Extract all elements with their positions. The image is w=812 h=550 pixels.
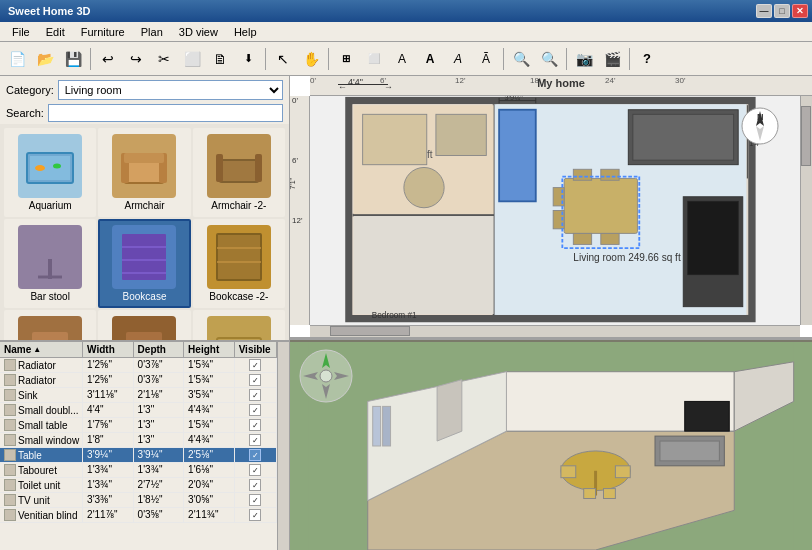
visible-checkbox-1[interactable] [249,374,261,386]
table-row[interactable]: Table 3'9¼" 3'9¼" 2'5⅛" [0,448,277,463]
cut-button[interactable]: ✂ [151,46,177,72]
cell-height-8: 2'0¾" [184,478,235,492]
furniture-item-chair-2[interactable]: Chair -2- [98,310,190,340]
close-button[interactable]: ✕ [792,4,808,18]
add-text-button[interactable]: A [417,46,443,72]
hscroll-thumb[interactable] [330,326,410,336]
cell-visible-8[interactable] [235,478,277,492]
furniture-grid: AquariumArmchairArmchair -2-Bar stoolBoo… [0,124,289,340]
cell-visible-6[interactable] [235,448,277,462]
table-container: Name ▲ Width Depth Height Visible Radiat… [0,342,289,550]
cell-visible-7[interactable] [235,463,277,477]
visible-checkbox-4[interactable] [249,419,261,431]
cell-height-5: 4'4¾" [184,433,235,447]
visible-checkbox-10[interactable] [249,509,261,521]
furniture-item-armchair-2[interactable]: Armchair -2- [193,128,285,217]
table-row[interactable]: Venitian blind 2'11⅞" 0'3⅝" 2'11¾" [0,508,277,523]
new-button[interactable]: 📄 [4,46,30,72]
open-button[interactable]: 📂 [32,46,58,72]
furniture-item-chair[interactable]: Chair [4,310,96,340]
table-body: Radiator 1'2⅝" 0'3⅞" 1'5¾" Radiator 1'2⅝… [0,358,277,550]
save-button[interactable]: 💾 [60,46,86,72]
menu-item-furniture[interactable]: Furniture [73,24,133,40]
import-button[interactable]: ⬇ [235,46,261,72]
furniture-item-armchair[interactable]: Armchair [98,128,190,217]
visible-checkbox-7[interactable] [249,464,261,476]
floor-canvas[interactable]: 84.89 sq ft Bedroom #1 Living room 249.6… [310,96,800,325]
select-button[interactable]: ↖ [270,46,296,72]
menu-item-help[interactable]: Help [226,24,265,40]
cell-width-3: 4'4" [83,403,134,417]
svg-rect-46 [633,114,734,160]
zoom-out-button[interactable]: 🔍 [536,46,562,72]
svg-text:Bedroom #1: Bedroom #1 [372,311,417,320]
undo-button[interactable]: ↩ [95,46,121,72]
visible-checkbox-0[interactable] [249,359,261,371]
pan-button[interactable]: ✋ [298,46,324,72]
horizontal-scrollbar[interactable] [310,325,800,337]
zoom-in-button[interactable]: 🔍 [508,46,534,72]
photo-button[interactable]: 📷 [571,46,597,72]
svg-rect-8 [219,160,259,182]
furniture-item-bookcase-2[interactable]: Bookcase -2- [193,219,285,308]
furniture-item-aquarium[interactable]: Aquarium [4,128,96,217]
paste-button[interactable]: 🗎 [207,46,233,72]
col-header-width: Width [83,342,134,357]
table-row[interactable]: Tabouret 1'3¾" 1'3¾" 1'6⅛" [0,463,277,478]
visible-checkbox-2[interactable] [249,389,261,401]
visible-checkbox-6[interactable] [249,449,261,461]
table-row[interactable]: Radiator 1'2⅝" 0'3⅞" 1'5¾" [0,358,277,373]
vscroll-thumb[interactable] [801,106,811,166]
add-dim-button[interactable]: A [389,46,415,72]
table-row[interactable]: Sink 3'11⅛" 2'1⅛" 3'5¾" [0,388,277,403]
svg-rect-80 [603,489,615,499]
menu-item-edit[interactable]: Edit [38,24,73,40]
table-row[interactable]: Small window 1'8" 1'3" 4'4¾" [0,433,277,448]
table-row[interactable]: Radiator 1'2⅝" 0'3⅞" 1'5¾" [0,373,277,388]
svg-rect-79 [584,489,596,499]
cell-visible-1[interactable] [235,373,277,387]
cell-height-7: 1'6⅛" [184,463,235,477]
maximize-button[interactable]: □ [774,4,790,18]
cell-visible-5[interactable] [235,433,277,447]
cell-visible-3[interactable] [235,403,277,417]
visible-checkbox-8[interactable] [249,479,261,491]
copy-button[interactable]: ⬜ [179,46,205,72]
svg-rect-88 [383,406,391,446]
furniture-thumb-armchair [112,134,176,198]
vertical-scrollbar[interactable] [800,96,812,325]
view-3d [290,340,812,550]
outline-button[interactable]: Ã [473,46,499,72]
visible-checkbox-9[interactable] [249,494,261,506]
table-row[interactable]: Small doubl... 4'4" 1'3" 4'4¾" [0,403,277,418]
furniture-item-bar-stool[interactable]: Bar stool [4,219,96,308]
visible-checkbox-3[interactable] [249,404,261,416]
cell-visible-9[interactable] [235,493,277,507]
cell-visible-10[interactable] [235,508,277,522]
table-row[interactable]: Toilet unit 1'3¾" 2'7½" 2'0¾" [0,478,277,493]
table-row[interactable]: Small table 1'7⅝" 1'3" 1'5¾" [0,418,277,433]
furniture-item-bookcase[interactable]: Bookcase [98,219,190,308]
redo-button[interactable]: ↪ [123,46,149,72]
table-row[interactable]: TV unit 3'3⅜" 1'8½" 3'0⅝" [0,493,277,508]
category-select[interactable]: Living room Bedroom Kitchen Bathroom [58,80,283,100]
cell-visible-2[interactable] [235,388,277,402]
menu-item-3d-view[interactable]: 3D view [171,24,226,40]
cell-visible-0[interactable] [235,358,277,372]
table-scrollbar[interactable] [277,342,289,550]
menu-item-plan[interactable]: Plan [133,24,171,40]
create-wall-button[interactable]: ⊞ [333,46,359,72]
visible-checkbox-5[interactable] [249,434,261,446]
cell-depth-10: 0'3⅝" [134,508,185,522]
furniture-thumb-chair-2 [112,316,176,340]
search-input[interactable] [48,104,283,122]
minimize-button[interactable]: — [756,4,772,18]
video-button[interactable]: 🎬 [599,46,625,72]
furniture-item-coffee-table[interactable]: Coffee table [193,310,285,340]
menu-item-file[interactable]: File [4,24,38,40]
italic-button[interactable]: A [445,46,471,72]
help-button[interactable]: ? [634,46,660,72]
row-icon-2 [4,389,16,401]
create-room-button[interactable]: ⬜ [361,46,387,72]
cell-visible-4[interactable] [235,418,277,432]
